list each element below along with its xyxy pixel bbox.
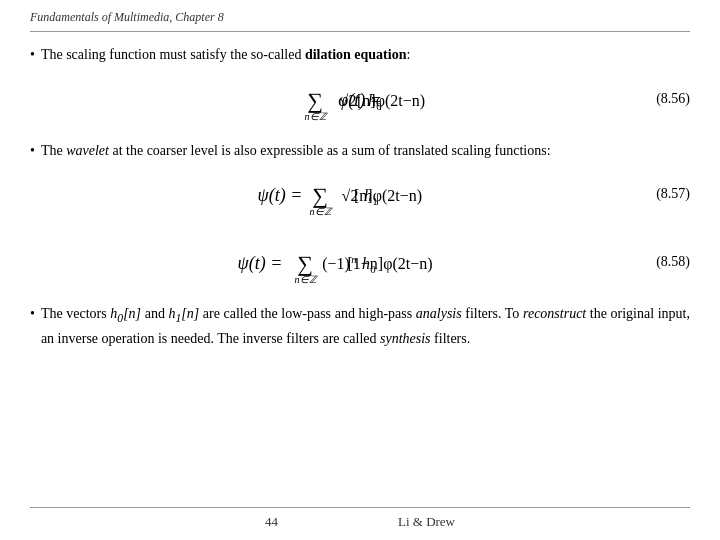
eq-number-57: (8.57) (656, 186, 690, 202)
synthesis-italic: synthesis (380, 331, 431, 346)
eq-58-svg: ψ(t) = ∑ n∈ℤ (−1) n h 0 [1−n]φ(2t−n) (190, 237, 530, 287)
page-footer: 44 Li & Drew (30, 507, 690, 530)
page: Fundamentals of Multimedia, Chapter 8 • … (0, 0, 720, 540)
equation-8-56-row: φ(t) = ∑ n∈ℤ √2 h 0 [n]φ(2t−n) (8.56) (30, 74, 690, 124)
text-the-2: The (41, 143, 66, 158)
eq-57-svg: ψ(t) = ∑ n∈ℤ √2 h 1 [n]φ(2t−n) (200, 169, 520, 219)
author: Li & Drew (398, 514, 455, 530)
text-and: and (141, 306, 168, 321)
svg-text:∑: ∑ (307, 88, 323, 113)
analysis-italic: analysis (416, 306, 462, 321)
text-filters2: filters. (431, 331, 471, 346)
bullet-content-3: The vectors h0[n] and h1[n] are called t… (41, 303, 690, 350)
eq-number-56: (8.56) (656, 91, 690, 107)
svg-text:n∈ℤ: n∈ℤ (295, 274, 318, 285)
svg-text:∑: ∑ (297, 251, 313, 276)
svg-text:n∈ℤ: n∈ℤ (305, 111, 328, 122)
bullet-marker-1: • (30, 44, 35, 66)
bullet-section-3: • The vectors h0[n] and h1[n] are called… (30, 303, 690, 350)
page-header: Fundamentals of Multimedia, Chapter 8 (30, 10, 690, 32)
reconstruct-italic: reconstruct (523, 306, 586, 321)
h0n-italic: h0[n] (110, 306, 141, 321)
h1n-italic: h1[n] (169, 306, 200, 321)
bullet-marker-3: • (30, 303, 35, 325)
equation-8-57: ψ(t) = ∑ n∈ℤ √2 h 1 [n]φ(2t−n) (30, 169, 690, 219)
dilation-equation-label: dilation equation (305, 47, 407, 62)
bullet-content-2: The wavelet at the coarser level is also… (41, 140, 690, 162)
svg-text:(−1): (−1) (322, 255, 350, 273)
text-after-2: at the coarser level is also expressible… (109, 143, 551, 158)
svg-text:√2: √2 (340, 92, 357, 109)
header-title: Fundamentals of Multimedia, Chapter 8 (30, 10, 224, 24)
text-vectors: The vectors (41, 306, 110, 321)
bullet-content-1: The scaling function must satisfy the so… (41, 44, 690, 66)
bullet-text-2: • The wavelet at the coarser level is al… (30, 140, 690, 162)
svg-text:ψ(t) =: ψ(t) = (258, 185, 303, 206)
svg-text:[n]φ(2t−n): [n]φ(2t−n) (354, 187, 422, 205)
main-content: • The scaling function must satisfy the … (30, 44, 690, 507)
svg-text:n∈ℤ: n∈ℤ (310, 206, 333, 217)
equation-8-56: φ(t) = ∑ n∈ℤ √2 h 0 [n]φ(2t−n) (30, 74, 690, 124)
svg-text:∑: ∑ (312, 183, 328, 208)
text-called: are called the low-pass and high-pass (199, 306, 416, 321)
bullet-text-3: • The vectors h0[n] and h1[n] are called… (30, 303, 690, 350)
eq-number-58: (8.58) (656, 254, 690, 270)
text-before-1: The scaling function must satisfy the so… (41, 47, 305, 62)
text-colon-1: : (406, 47, 410, 62)
svg-text:[n]φ(2t−n): [n]φ(2t−n) (357, 92, 425, 110)
eq-56-svg: φ(t) = ∑ n∈ℤ √2 h 0 [n]φ(2t−n) (200, 74, 520, 124)
equation-8-58-row: ψ(t) = ∑ n∈ℤ (−1) n h 0 [1−n]φ(2t−n) (8.… (30, 237, 690, 287)
page-number: 44 (265, 514, 278, 530)
bullet-section-1: • The scaling function must satisfy the … (30, 44, 690, 134)
equation-8-57-row: ψ(t) = ∑ n∈ℤ √2 h 1 [n]φ(2t−n) (8.57) (30, 169, 690, 219)
bullet-section-2: • The wavelet at the coarser level is al… (30, 140, 690, 298)
svg-text:ψ(t) =: ψ(t) = (238, 253, 283, 274)
svg-text:[1−n]φ(2t−n): [1−n]φ(2t−n) (347, 255, 432, 273)
bullet-text-1: • The scaling function must satisfy the … (30, 44, 690, 66)
text-filters: filters. To (462, 306, 523, 321)
equation-8-58: ψ(t) = ∑ n∈ℤ (−1) n h 0 [1−n]φ(2t−n) (30, 237, 690, 287)
bullet-marker-2: • (30, 140, 35, 162)
wavelet-italic: wavelet (66, 143, 109, 158)
